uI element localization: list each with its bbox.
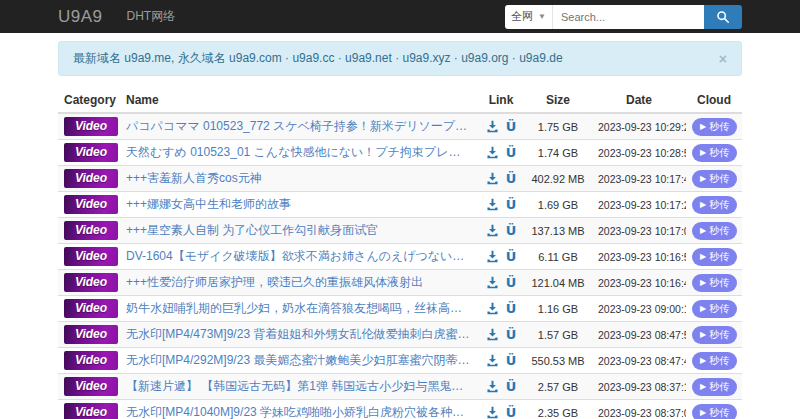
torrent-name-link[interactable]: +++娜娜女高中生和老师的故事: [126, 196, 472, 213]
category-cell: Video: [58, 166, 120, 192]
torrent-name-link[interactable]: DV-1604【モザイク破壊版】欲求不満お姉さんのえげつないセックス 辰巳ゆい: [126, 248, 472, 265]
cloud-instant-upload-button[interactable]: ▶秒传: [692, 378, 737, 396]
download-torrent-icon[interactable]: [486, 276, 499, 289]
cloud-button-label: 秒传: [709, 276, 729, 290]
name-cell: 奶牛水妞哺乳期的巨乳少妇，奶水在滴答狼友想喝吗，丝袜高跟诱惑: [120, 296, 478, 322]
magnet-link-icon[interactable]: Ü: [506, 405, 517, 419]
category-cell: Video: [58, 348, 120, 374]
torrent-name-link[interactable]: 【新速片遞】 【韩国远古无码】第1弹 韩国远古小少妇与黑鬼大战，看着大屌在韩国女…: [126, 378, 472, 395]
size-cell: 1.74 GB: [524, 140, 592, 166]
cloud-instant-upload-button[interactable]: ▶秒传: [692, 404, 737, 419]
search-scope-select[interactable]: 全网 ▼: [505, 5, 552, 29]
search-input[interactable]: [552, 5, 704, 29]
video-category-badge[interactable]: Video: [64, 221, 118, 240]
cloud-instant-upload-button[interactable]: ▶秒传: [692, 300, 737, 318]
magnet-link-icon[interactable]: Ü: [506, 249, 517, 264]
download-torrent-icon[interactable]: [486, 328, 499, 341]
torrent-name-link[interactable]: +++星空素人自制 为了心仪工作勾引献身面试官: [126, 222, 472, 239]
brand-logo[interactable]: U9A9: [58, 7, 103, 27]
name-cell: 无水印[MP4/473M]9/23 背着姐姐和外甥女乱伦做爱抽刺白虎蜜鲍白带都干…: [120, 322, 478, 348]
cloud-instant-upload-button[interactable]: ▶秒传: [692, 248, 737, 266]
torrent-table-body: Videoパコパコママ 010523_772 スケベ椅子持参！新米デリソープ嬢 …: [58, 113, 742, 419]
torrent-name-link[interactable]: 天然むすめ 010523_01 こんな快感他にない！プチ拘束プレイで絶頂イキ 高…: [126, 144, 472, 161]
cloud-instant-upload-button[interactable]: ▶秒传: [692, 326, 737, 344]
domain-notice-banner: 最新域名 u9a9.me, 永久域名 u9a9.com · u9a9.cc · …: [58, 41, 742, 76]
search-group: 全网 ▼: [505, 5, 742, 29]
download-torrent-icon[interactable]: [486, 224, 499, 237]
size-cell: 1.69 GB: [524, 192, 592, 218]
video-category-badge[interactable]: Video: [64, 325, 118, 344]
table-row: Video无水印[MP4/473M]9/23 背着姐姐和外甥女乱伦做爱抽刺白虎蜜…: [58, 322, 742, 348]
name-cell: +++性爱治疗师居家护理，暌违已久的重振雄风体液射出: [120, 270, 478, 296]
cloud-button-label: 秒传: [709, 328, 729, 342]
cloud-instant-upload-button[interactable]: ▶秒传: [692, 222, 737, 240]
torrent-name-link[interactable]: +++害羞新人首秀cos元神: [126, 170, 472, 187]
video-category-badge[interactable]: Video: [64, 117, 118, 136]
magnet-link-icon[interactable]: Ü: [506, 197, 517, 212]
video-category-badge[interactable]: Video: [64, 377, 118, 396]
date-cell: 2023-09-23 10:16:47: [592, 270, 686, 296]
cloud-instant-upload-button[interactable]: ▶秒传: [692, 170, 737, 188]
download-torrent-icon[interactable]: [486, 302, 499, 315]
magnet-link-icon[interactable]: Ü: [506, 145, 517, 160]
magnet-link-icon[interactable]: Ü: [506, 119, 517, 134]
video-category-badge[interactable]: Video: [64, 351, 118, 370]
magnet-link-icon[interactable]: Ü: [506, 327, 517, 342]
date-cell: 2023-09-23 08:37:11: [592, 374, 686, 400]
torrent-name-link[interactable]: 奶牛水妞哺乳期的巨乳少妇，奶水在滴答狼友想喝吗，丝袜高跟诱惑: [126, 300, 472, 317]
play-icon: ▶: [700, 304, 706, 313]
video-category-badge[interactable]: Video: [64, 403, 118, 419]
magnet-link-icon[interactable]: Ü: [506, 379, 517, 394]
torrent-name-link[interactable]: +++性爱治疗师居家护理，暌违已久的重振雄风体液射出: [126, 274, 472, 291]
date-cell: 2023-09-23 10:17:48: [592, 166, 686, 192]
domain-notice-text: 最新域名 u9a9.me, 永久域名 u9a9.com · u9a9.cc · …: [73, 50, 563, 67]
torrent-name-link[interactable]: 无水印[MP4/473M]9/23 背着姐姐和外甥女乱伦做爱抽刺白虎蜜鲍白带都干…: [126, 326, 472, 343]
name-cell: 无水印[MP4/1040M]9/23 学妹吃鸡啪啪小娇乳白虎粉穴被各种姿势无套输…: [120, 400, 478, 419]
download-torrent-icon[interactable]: [486, 146, 499, 159]
cloud-cell: ▶秒传: [686, 244, 742, 270]
video-category-badge[interactable]: Video: [64, 273, 118, 292]
magnet-link-icon[interactable]: Ü: [506, 223, 517, 238]
table-row: Video无水印[MP4/1040M]9/23 学妹吃鸡啪啪小娇乳白虎粉穴被各种…: [58, 400, 742, 419]
magnet-link-icon[interactable]: Ü: [506, 275, 517, 290]
table-header-row: Category Name Link Size Date Cloud: [58, 88, 742, 113]
table-row: Video+++娜娜女高中生和老师的故事Ü1.69 GB2023-09-23 1…: [58, 192, 742, 218]
play-icon: ▶: [700, 278, 706, 287]
link-cell: Ü: [478, 322, 524, 348]
magnet-link-icon[interactable]: Ü: [506, 353, 517, 368]
search-button[interactable]: [704, 5, 742, 29]
video-category-badge[interactable]: Video: [64, 299, 118, 318]
play-icon: ▶: [700, 122, 706, 131]
download-torrent-icon[interactable]: [486, 250, 499, 263]
download-torrent-icon[interactable]: [486, 354, 499, 367]
torrent-name-link[interactable]: 无水印[MP4/1040M]9/23 学妹吃鸡啪啪小娇乳白虎粉穴被各种姿势无套输…: [126, 404, 472, 419]
torrent-name-link[interactable]: 无水印[MP4/292M]9/23 最美媚态蜜汁嫩鲍美少妇肛塞蜜穴阴蒂刺激翻倍炮…: [126, 352, 472, 369]
magnet-link-icon[interactable]: Ü: [506, 171, 517, 186]
download-torrent-icon[interactable]: [486, 380, 499, 393]
cloud-instant-upload-button[interactable]: ▶秒传: [692, 196, 737, 214]
cloud-instant-upload-button[interactable]: ▶秒传: [692, 274, 737, 292]
cloud-button-label: 秒传: [709, 224, 729, 238]
download-torrent-icon[interactable]: [486, 406, 499, 419]
video-category-badge[interactable]: Video: [64, 143, 118, 162]
magnet-link-icon[interactable]: Ü: [506, 301, 517, 316]
name-cell: DV-1604【モザイク破壊版】欲求不満お姉さんのえげつないセックス 辰巳ゆい: [120, 244, 478, 270]
nav-item-dht[interactable]: DHT网络: [127, 8, 176, 25]
cloud-instant-upload-button[interactable]: ▶秒传: [692, 352, 737, 370]
cloud-button-label: 秒传: [709, 120, 729, 134]
table-row: Video无水印[MP4/292M]9/23 最美媚态蜜汁嫩鲍美少妇肛塞蜜穴阴蒂…: [58, 348, 742, 374]
cloud-instant-upload-button[interactable]: ▶秒传: [692, 144, 737, 162]
video-category-badge[interactable]: Video: [64, 247, 118, 266]
video-category-badge[interactable]: Video: [64, 169, 118, 188]
name-cell: +++娜娜女高中生和老师的故事: [120, 192, 478, 218]
video-category-badge[interactable]: Video: [64, 195, 118, 214]
download-torrent-icon[interactable]: [486, 120, 499, 133]
close-icon[interactable]: ×: [719, 52, 727, 66]
size-cell: 2.35 GB: [524, 400, 592, 419]
cloud-instant-upload-button[interactable]: ▶秒传: [692, 118, 737, 136]
download-torrent-icon[interactable]: [486, 198, 499, 211]
name-cell: 无水印[MP4/292M]9/23 最美媚态蜜汁嫩鲍美少妇肛塞蜜穴阴蒂刺激翻倍炮…: [120, 348, 478, 374]
download-torrent-icon[interactable]: [486, 172, 499, 185]
size-cell: 1.57 GB: [524, 322, 592, 348]
torrent-name-link[interactable]: パコパコママ 010523_772 スケベ椅子持参！新米デリソープ嬢 一条まや: [126, 118, 472, 135]
